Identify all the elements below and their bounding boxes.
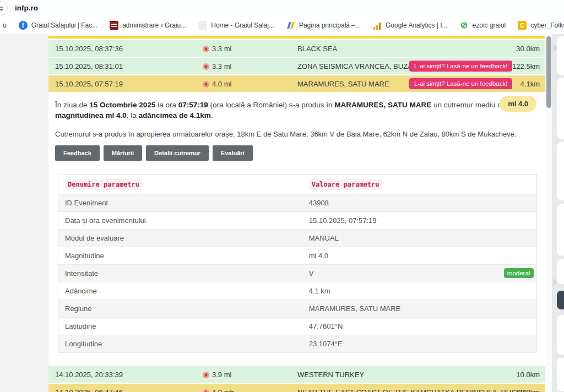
magnitude-value: 3.3 ml xyxy=(212,62,231,70)
bookmark-item[interactable]: o xyxy=(1,21,13,29)
quake-row[interactable]: 14.10.2025, 06:47:46 4.9 mb NEAR THE EAS… xyxy=(48,384,545,392)
side-panel-card-dark xyxy=(557,291,564,309)
action-button[interactable]: Detalii cutremur xyxy=(146,145,209,161)
cyberfolks-icon xyxy=(518,21,527,30)
quake-region: ZONA SEISMICA VRANCEA, BUZAU xyxy=(297,62,417,70)
table-row: Latitudine 47.7601°N xyxy=(58,318,537,335)
quake-region: MARAMURES, SATU MARE xyxy=(297,80,389,88)
scrollbar-track[interactable] xyxy=(545,34,552,392)
magnitude-badge: ml 4.0 xyxy=(500,96,536,112)
bookmark-item[interactable]: Pagina principală –... xyxy=(280,21,367,30)
quake-depth: 10.0km xyxy=(516,371,540,379)
table-header-row: Denumire parametru Valoare parametru xyxy=(58,175,537,194)
address-bar[interactable]: infp.ro xyxy=(0,0,564,17)
bookmark-label: Graiul Salajului | Fac... xyxy=(31,21,98,29)
magnitude-icon xyxy=(203,389,209,392)
magnitude-icon xyxy=(203,81,209,88)
bookmark-item[interactable]: cyber_Folks - găzdu... xyxy=(512,21,564,30)
table-row: Longitudine 23.1074°E xyxy=(58,335,537,353)
chevron-right-icon xyxy=(553,44,558,52)
action-button[interactable]: Mărturii xyxy=(104,145,142,161)
param-name: Latitudine xyxy=(58,318,302,335)
side-panel-card xyxy=(557,78,564,139)
quake-list-top: 15.10.2025, 08:37:36 3.3 ml BLACK SEA L-… xyxy=(48,40,545,92)
bookmark-label: Home - Graiul Salaj... xyxy=(211,21,274,29)
param-name: Longitudine xyxy=(58,335,302,353)
quake-date: 15.10.2025, 08:31:01 xyxy=(55,62,123,70)
parameters-table: Denumire parametru Valoare parametru ID … xyxy=(58,174,537,353)
bookmark-item[interactable]: Google Analytics | I... xyxy=(367,21,454,30)
page-background: 15.10.2025, 08:37:36 3.3 ml BLACK SEA L-… xyxy=(0,34,564,392)
tune-icon xyxy=(0,5,4,12)
slashes-icon xyxy=(286,21,295,30)
side-panel-card xyxy=(557,358,564,391)
quake-magnitude: 3.3 ml xyxy=(203,45,231,53)
action-buttons: Feedback Mărturii Detalii cutremur Evalu… xyxy=(55,145,539,161)
side-panel-card xyxy=(557,204,564,255)
param-name: Adâncime xyxy=(58,282,302,300)
param-value: 15.10.2025, 07:57:19 xyxy=(302,212,537,230)
param-value: 4.1 km xyxy=(302,282,537,300)
bookmark-item[interactable]: Graiul Salajului | Fac... xyxy=(13,21,104,30)
nearby-cities-text: Cutremurul s-a produs în apropierea urmă… xyxy=(55,130,539,138)
quake-row[interactable]: 15.10.2025, 08:31:01 3.3 ml ZONA SEISMIC… xyxy=(48,58,545,74)
side-panel-card xyxy=(557,142,564,200)
quake-row[interactable]: 14.10.2025, 20:33:39 3.9 ml WESTERN TURK… xyxy=(48,366,545,383)
quake-magnitude: 4.9 mb xyxy=(203,388,234,392)
bookmark-item[interactable]: ezoic graiul xyxy=(454,21,512,30)
param-name: ID Eveniment xyxy=(58,194,302,212)
previous-row-edge xyxy=(48,36,545,39)
quake-date: 15.10.2025, 07:57:19 xyxy=(55,80,123,88)
side-panel-card xyxy=(557,315,564,355)
column-header-value: Valoare parametru xyxy=(309,179,382,190)
feedback-button[interactable]: L-ai simțit? Lasă-ne un feedback! xyxy=(409,78,512,89)
param-value: 43908 xyxy=(302,194,537,212)
bookmark-item[interactable]: Home - Graiul Salaj... xyxy=(192,21,280,30)
magnitude-icon xyxy=(203,46,209,52)
quake-region: NEAR THE EAST COAST OF THE KAMCHATKA PEN… xyxy=(297,388,528,392)
quake-date: 14.10.2025, 06:47:46 xyxy=(55,388,123,392)
quake-date: 15.10.2025, 08:37:36 xyxy=(55,45,123,53)
quake-region: WESTERN TURKEY xyxy=(297,371,364,379)
magnitude-icon xyxy=(203,372,209,378)
quake-list-bottom: 14.10.2025, 20:33:39 3.9 ml WESTERN TURK… xyxy=(48,366,545,392)
param-name: Modul de evaluare xyxy=(58,230,302,247)
table-row: Intensitate V moderat xyxy=(58,265,537,282)
intensity-badge: moderat xyxy=(504,268,534,278)
param-name: Regiune xyxy=(58,300,302,318)
table-row: Magnitudine ml 4.0 xyxy=(58,247,537,265)
magnitude-value: 3.3 ml xyxy=(212,45,231,53)
magnitude-value: 4.0 ml xyxy=(212,80,231,88)
blank-icon xyxy=(198,21,207,30)
side-panel-strip xyxy=(552,34,564,392)
magnitude-icon xyxy=(203,63,209,70)
bookmark-item[interactable]: administrare ‹ Graiu... xyxy=(104,21,192,30)
param-value: V moderat xyxy=(302,265,537,282)
quake-row[interactable]: 15.10.2025, 07:57:19 4.0 ml MARAMURES, S… xyxy=(48,75,545,92)
quake-row[interactable]: 15.10.2025, 08:37:36 3.3 ml BLACK SEA L-… xyxy=(48,40,545,57)
chevron-right-icon xyxy=(553,278,558,286)
facebook-icon xyxy=(19,21,28,30)
analytics-icon xyxy=(373,21,382,30)
quake-depth: 50.0km xyxy=(516,388,540,392)
param-name: Intensitate xyxy=(58,265,302,282)
action-button[interactable]: Feedback xyxy=(55,145,100,161)
quake-region: BLACK SEA xyxy=(297,45,337,53)
quake-depth: 122.5km xyxy=(512,62,540,70)
ezoic-icon xyxy=(460,21,469,30)
site-info-icon[interactable] xyxy=(0,1,8,15)
main-content: 15.10.2025, 08:37:36 3.3 ml BLACK SEA L-… xyxy=(48,34,545,392)
bookmark-label: ezoic graiul xyxy=(473,21,506,29)
quake-detail-section: ml 4.0 În ziua de 15 Octombrie 2025 la o… xyxy=(48,93,545,353)
param-value: MARAMURES, SATU MARE xyxy=(302,300,537,318)
browser-window: infp.ro o Graiul Salajului | Fac... admi… xyxy=(0,0,564,392)
param-value: MANUAL xyxy=(302,230,537,247)
scrollbar-thumb[interactable] xyxy=(546,36,551,108)
table-row: ID Eveniment 43908 xyxy=(58,194,537,212)
table-row: Adâncime 4.1 km xyxy=(58,282,537,300)
quake-depth: 30.0km xyxy=(516,45,540,53)
bookmark-label: Pagina principală –... xyxy=(299,21,361,29)
feedback-button[interactable]: L-ai simțit? Lasă-ne un feedback! xyxy=(409,61,512,72)
bookmarks-bar: o Graiul Salajului | Fac... administrare… xyxy=(0,17,564,34)
action-button[interactable]: Evaluări xyxy=(213,145,253,161)
